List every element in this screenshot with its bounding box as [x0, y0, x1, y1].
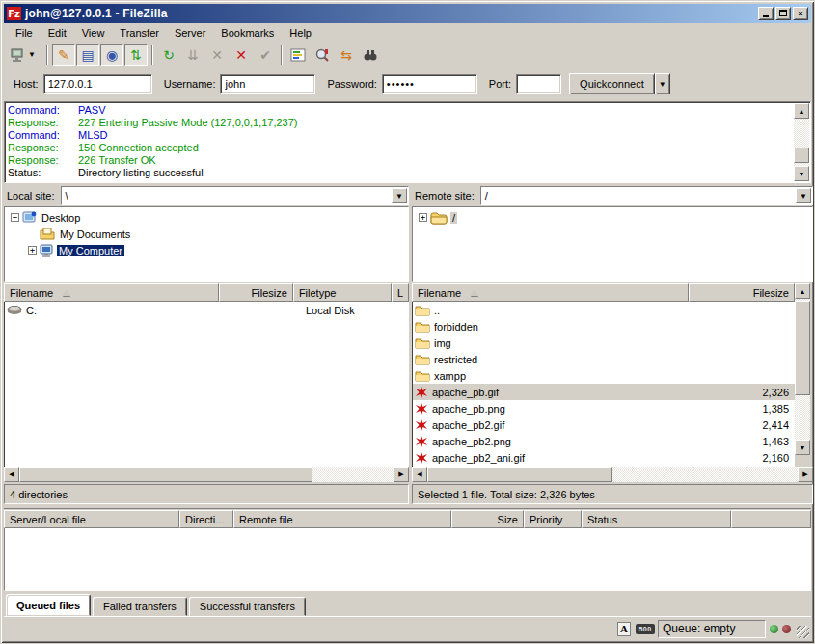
scroll-up-icon[interactable]: ▲ [794, 103, 809, 119]
scrollbar-thumb[interactable] [794, 148, 809, 163]
folder-icon [415, 353, 430, 365]
process-queue-button[interactable]: ⇊ [181, 44, 204, 66]
table-row[interactable]: apache_pb2.png 1,463 [413, 433, 795, 449]
expand-icon[interactable]: + [28, 246, 37, 255]
password-input[interactable]: •••••• [382, 74, 477, 94]
scrollbar-thumb[interactable] [795, 301, 810, 395]
scrollbar-thumb[interactable] [427, 467, 612, 482]
table-row[interactable]: .. [413, 302, 795, 318]
refresh-button[interactable]: ↻ [157, 44, 180, 66]
scroll-down-icon[interactable]: ▼ [794, 166, 809, 181]
host-input[interactable]: 127.0.0.1 [43, 74, 152, 94]
toggle-local-tree-button[interactable]: ▤ [76, 44, 99, 66]
scroll-left-icon[interactable]: ◀ [4, 467, 19, 482]
resize-grip[interactable] [797, 626, 809, 638]
maximize-button[interactable] [775, 7, 791, 20]
table-row[interactable]: apache_pb.png 1,385 [413, 400, 795, 416]
reconnect-button[interactable]: ✔ [254, 44, 277, 66]
scroll-right-icon[interactable]: ▶ [394, 467, 409, 482]
menu-help[interactable]: Help [282, 25, 319, 40]
scroll-left-icon[interactable]: ◀ [412, 467, 427, 482]
tree-item-label: My Computer [57, 245, 124, 256]
tree-item-desktop[interactable]: − Desktop [5, 209, 408, 226]
table-row[interactable]: apache_pb2.gif 2,414 [413, 416, 795, 433]
column-last-modified[interactable]: L [392, 283, 409, 302]
column-filesize[interactable]: Filesize [689, 283, 795, 302]
remote-vertical-scrollbar[interactable]: ▲ ▼ [795, 283, 810, 467]
port-input[interactable] [516, 74, 561, 94]
local-horizontal-scrollbar[interactable]: ◀ ▶ [4, 467, 409, 482]
find-button[interactable] [359, 44, 382, 66]
tree-item-my-documents[interactable]: My Documents [5, 226, 408, 242]
menu-bookmarks[interactable]: Bookmarks [213, 25, 282, 40]
file-name: restricted [434, 354, 477, 365]
log-text: 150 Connection accepted [78, 142, 199, 154]
menu-transfer[interactable]: Transfer [112, 25, 167, 40]
table-row[interactable]: forbidden [413, 318, 795, 335]
tree-item-root[interactable]: + / [413, 209, 812, 226]
scroll-up-icon[interactable]: ▲ [795, 283, 810, 299]
tab-successful-transfers[interactable]: Successful transfers [189, 597, 306, 616]
filter-button[interactable] [286, 44, 310, 66]
chevron-down-icon[interactable]: ▼ [796, 188, 811, 203]
column-priority[interactable]: Priority [524, 510, 582, 528]
titlebar[interactable]: Fz john@127.0.0.1 - FileZilla × [4, 4, 811, 23]
local-site-combo[interactable]: \ ▼ [61, 186, 409, 205]
menu-file[interactable]: File [8, 25, 41, 40]
column-remote-file[interactable]: Remote file [233, 510, 451, 528]
remote-horizontal-scrollbar[interactable]: ◀ ▶ [412, 467, 813, 482]
menu-edit[interactable]: Edit [41, 25, 74, 40]
scroll-down-icon[interactable]: ▼ [795, 440, 810, 455]
tab-failed-transfers[interactable]: Failed transfers [93, 597, 187, 616]
tab-queued-files[interactable]: Queued files [6, 594, 91, 616]
column-filesize[interactable]: Filesize [219, 283, 293, 302]
sync-browsing-icon: ⇆ [340, 47, 352, 63]
table-row[interactable]: img [413, 335, 795, 351]
username-input[interactable]: john [220, 74, 315, 94]
close-button[interactable]: × [793, 7, 808, 20]
queue-list[interactable] [4, 528, 811, 591]
table-row[interactable]: restricted [413, 351, 795, 367]
column-filename[interactable]: Filename [412, 283, 689, 302]
local-list-header: Filename Filesize Filetype L [4, 283, 409, 302]
file-name: apache_pb2.gif [432, 419, 504, 431]
scroll-right-icon[interactable]: ▶ [798, 467, 813, 482]
cancel-button[interactable]: ✕ [205, 44, 229, 66]
tree-item-my-computer[interactable]: + My Computer [5, 242, 408, 258]
site-manager-button[interactable]: ▼ [8, 44, 42, 66]
quickconnect-button[interactable]: Quickconnect [569, 73, 655, 94]
compare-button[interactable] [311, 44, 334, 66]
toggle-queue-button[interactable]: ⇅ [124, 44, 148, 66]
menu-server[interactable]: Server [167, 25, 213, 40]
remote-site-combo[interactable]: / ▼ [480, 186, 813, 205]
expand-icon[interactable]: + [419, 213, 427, 222]
queue-status-text: Queue: empty [663, 622, 735, 635]
ascii-transfer-type-icon[interactable]: A [615, 621, 633, 636]
column-filetype[interactable]: Filetype [293, 283, 392, 302]
recv-indicator-icon [770, 625, 778, 633]
toggle-remote-tree-button[interactable]: ◉ [100, 44, 123, 66]
menu-view[interactable]: View [74, 25, 113, 40]
toolbar: ▼ ✎ ▤ ◉ ⇅ ↻ ⇊ ✕ ✕ ✔ ⇆ [4, 41, 811, 67]
disconnect-button[interactable]: ✕ [230, 44, 253, 66]
column-direction[interactable]: Directi... [179, 510, 233, 528]
speed-limit-icon[interactable]: 500 [637, 621, 654, 636]
column-status[interactable]: Status [582, 510, 731, 528]
log-vertical-scrollbar[interactable]: ▲ ▼ [794, 103, 809, 181]
chevron-down-icon[interactable]: ▼ [392, 188, 407, 203]
tab-label: Successful transfers [200, 601, 295, 612]
table-row[interactable]: apache_pb2_ani.gif 2,160 [413, 449, 795, 466]
log-text: 226 Transfer OK [78, 154, 156, 167]
scrollbar-thumb[interactable] [19, 467, 312, 482]
toggle-log-button[interactable]: ✎ [52, 44, 75, 66]
table-row[interactable]: C: Local Disk [5, 302, 409, 318]
table-row-selected[interactable]: apache_pb.gif 2,326 [413, 384, 795, 400]
column-filename[interactable]: Filename [4, 283, 219, 302]
table-row[interactable]: xampp [413, 367, 795, 384]
minimize-button[interactable] [758, 7, 774, 20]
column-size[interactable]: Size [451, 510, 524, 528]
sync-browsing-button[interactable]: ⇆ [335, 44, 358, 66]
column-server-local-file[interactable]: Server/Local file [4, 510, 179, 528]
collapse-icon[interactable]: − [11, 213, 19, 222]
quickconnect-dropdown-button[interactable]: ▼ [655, 73, 670, 94]
